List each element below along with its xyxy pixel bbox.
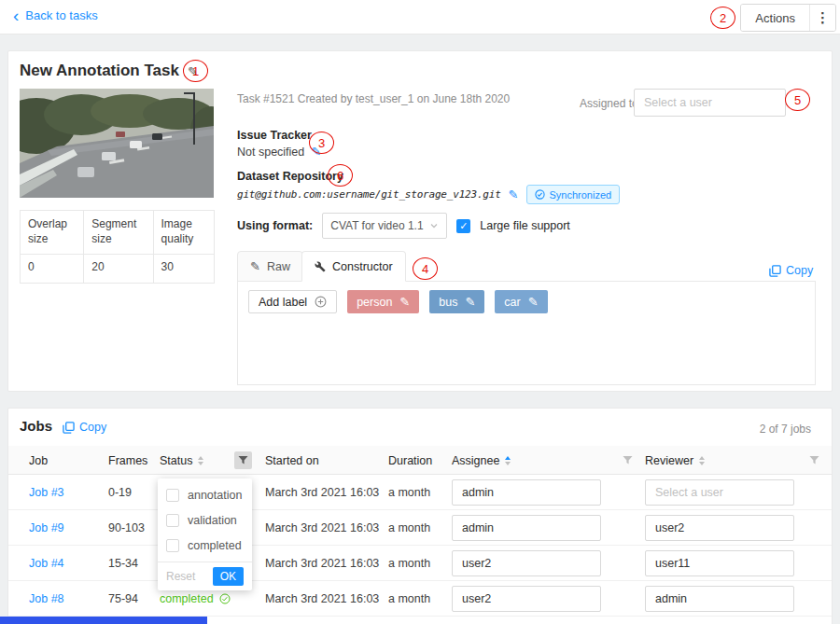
filter-icon-assignee[interactable] (619, 451, 637, 469)
assignee-select[interactable] (452, 479, 601, 506)
column-header-status[interactable]: Status (160, 446, 203, 475)
job-row-4: Job #8 75-94 completed March 3rd 2021 16… (8, 581, 832, 617)
edit-label-icon[interactable]: ✎ (465, 295, 475, 309)
filter-option-label: completed (188, 539, 242, 552)
duration-cell: a month (388, 510, 430, 546)
job-link[interactable]: Job #3 (29, 475, 64, 510)
tab-constructor[interactable]: Constructor (301, 251, 406, 282)
edit-label-icon[interactable]: ✎ (399, 295, 410, 309)
sync-status-badge[interactable]: Synchronized (526, 185, 621, 204)
reviewer-select[interactable] (645, 479, 794, 506)
filter-option-label: validation (188, 514, 237, 527)
chevron-down-icon (429, 221, 439, 230)
started-cell: March 3rd 2021 16:03 (265, 546, 379, 581)
back-to-tasks-link[interactable]: ‹ Back to tasks (13, 8, 98, 22)
annotation-circle-5: 5 (785, 89, 810, 111)
dataset-repository-row: git@github.com:username/git_storage_v123… (237, 185, 620, 204)
actions-button[interactable]: Actions (741, 5, 810, 31)
filter-option-validation[interactable]: validation (158, 507, 252, 533)
large-file-support-checkbox[interactable]: ✓ (456, 219, 470, 233)
format-select[interactable]: CVAT for video 1.1 (322, 213, 447, 239)
check-circle-icon (535, 189, 545, 200)
actions-more-button[interactable]: ⋮ (810, 5, 835, 31)
copy-jobs-label: Copy (79, 421, 106, 434)
column-label-duration: Duration (388, 454, 432, 467)
format-select-value: CVAT for video 1.1 (330, 219, 423, 232)
param-header-quality: Image quality (153, 211, 214, 255)
sort-icon-status[interactable] (198, 456, 203, 465)
checkbox-validation[interactable] (166, 514, 179, 527)
wrench-icon (315, 261, 326, 272)
column-header-duration: Duration (388, 446, 432, 475)
sync-status-label: Synchronized (550, 189, 612, 201)
duration-cell: a month (388, 581, 430, 617)
assignee-select[interactable] (452, 515, 601, 541)
reviewer-select[interactable] (645, 586, 794, 612)
param-value-overlap: 0 (21, 255, 84, 284)
checkbox-annotation[interactable] (166, 489, 179, 502)
add-label-button[interactable]: Add label (248, 290, 337, 313)
sort-icon-reviewer[interactable] (699, 456, 705, 465)
column-label-started: Started on (265, 454, 319, 467)
task-parameters-table: Overlap size Segment size Image quality … (20, 210, 215, 284)
copy-jobs-button[interactable]: Copy (63, 421, 106, 434)
filter-dropdown-footer: Reset OK (158, 562, 252, 590)
label-badge-car[interactable]: car ✎ (495, 290, 547, 313)
task-title-row: New Annotation Task ✎ (20, 62, 198, 80)
copy-icon (63, 422, 75, 434)
job-row-1: Job #3 0-19 March 3rd 2021 16:03 a month (8, 475, 832, 510)
job-link[interactable]: Job #9 (29, 510, 64, 546)
edit-label-icon[interactable]: ✎ (528, 295, 539, 309)
column-header-reviewer[interactable]: Reviewer (645, 446, 705, 475)
param-header-segment: Segment size (84, 211, 153, 255)
frames-cell: 90-103 (108, 510, 145, 546)
checkbox-completed[interactable] (166, 539, 179, 552)
filter-icon-status[interactable] (234, 451, 252, 469)
funnel-icon (623, 455, 633, 465)
assignee-select[interactable] (452, 550, 601, 576)
back-to-tasks-label: Back to tasks (25, 8, 97, 22)
annotation-circle-2: 2 (710, 7, 735, 29)
status-filter-dropdown: annotation validation completed Reset OK (158, 478, 252, 590)
issue-tracker-label: Issue Tracker (237, 129, 312, 142)
reviewer-select[interactable] (645, 515, 794, 541)
filter-option-label: annotation (188, 489, 242, 502)
param-header-overlap: Overlap size (21, 211, 84, 255)
filter-option-completed[interactable]: completed (158, 533, 252, 558)
label-name: person (357, 296, 392, 309)
param-value-segment: 20 (84, 255, 153, 284)
annotation-circle-4: 4 (413, 257, 438, 280)
copy-icon (769, 265, 781, 277)
task-preview-image (20, 89, 214, 198)
pencil-icon: ✎ (250, 259, 260, 273)
edit-repository-icon[interactable]: ✎ (509, 187, 519, 201)
column-header-assignee[interactable]: Assignee (452, 446, 511, 475)
filter-icon-reviewer[interactable] (805, 451, 823, 469)
job-link[interactable]: Job #4 (29, 546, 64, 581)
repository-url: git@github.com:username/git_storage_v123… (237, 188, 501, 201)
jobs-card: Jobs Copy 2 of 7 jobs Job Frames Status … (7, 408, 833, 624)
assigned-to-select[interactable] (634, 89, 786, 117)
copy-labels-button[interactable]: Copy (769, 264, 813, 277)
jobs-table-header: Job Frames Status Started on Duration As… (8, 446, 832, 475)
job-link[interactable]: Job #8 (29, 581, 64, 617)
tab-raw-label: Raw (267, 260, 290, 273)
assignee-select[interactable] (452, 586, 601, 612)
task-meta-text: Task #1521 Created by test_user_1 on Jun… (237, 92, 510, 105)
page-title: New Annotation Task (20, 62, 179, 80)
label-badge-bus[interactable]: bus ✎ (429, 290, 484, 313)
label-badge-person[interactable]: person ✎ (347, 290, 419, 313)
bottom-accent-bar (0, 617, 207, 624)
filter-reset-button[interactable]: Reset (166, 570, 195, 583)
filter-option-annotation[interactable]: annotation (158, 482, 252, 507)
param-value-quality: 30 (153, 255, 214, 284)
label-name: car (504, 296, 520, 309)
add-label-text: Add label (259, 296, 307, 309)
tab-raw[interactable]: ✎ Raw (237, 251, 303, 282)
duration-cell: a month (388, 475, 430, 510)
filter-ok-button[interactable]: OK (213, 567, 244, 586)
funnel-icon (809, 455, 819, 465)
column-label-job: Job (29, 454, 48, 467)
sort-icon-assignee[interactable] (505, 456, 511, 465)
reviewer-select[interactable] (645, 550, 794, 576)
